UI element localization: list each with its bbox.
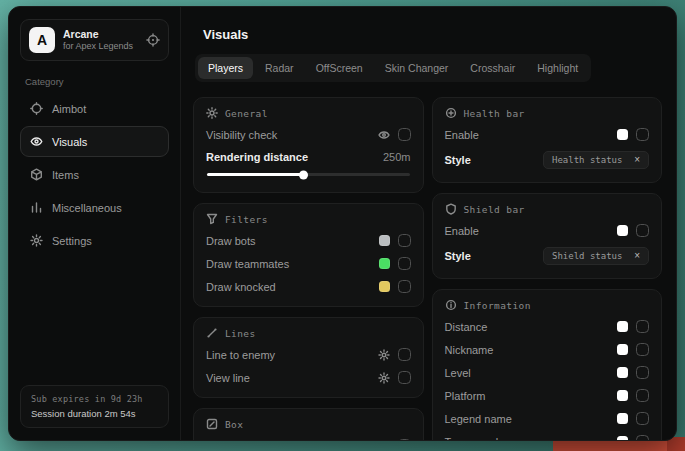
sidebar: A Arcane for Apex Legends Category Aimbo… — [9, 7, 181, 440]
view-line-checkbox[interactable] — [398, 371, 411, 384]
clear-icon[interactable]: × — [634, 251, 640, 261]
sidebar-item-label: Settings — [52, 235, 92, 247]
scope-icon[interactable] — [146, 33, 160, 47]
box-card: Box Enable Enable background — [193, 408, 424, 440]
card-title-text: Filters — [225, 214, 268, 225]
health-enable-checkbox[interactable] — [636, 128, 649, 141]
app-subtitle: for Apex Legends — [63, 41, 138, 52]
crosshair-icon — [30, 102, 43, 115]
subscription-card: Sub expires in 9d 23h Session duration 2… — [20, 385, 169, 428]
cube-icon — [30, 168, 43, 181]
sun-icon — [206, 107, 218, 119]
card-title-text: Information — [464, 300, 531, 311]
tab-offscreen[interactable]: OffScreen — [306, 57, 373, 79]
setting-row-box-enable: Enable — [206, 434, 411, 440]
tab-skin-changer[interactable]: Skin Changer — [375, 57, 459, 79]
health-bar-card: Health bar Enable Style Health status — [432, 97, 663, 183]
setting-label: View line — [206, 372, 250, 384]
gear-icon[interactable] — [378, 349, 390, 361]
line-icon — [206, 327, 218, 339]
color-swatch[interactable] — [617, 367, 628, 378]
tab-radar[interactable]: Radar — [255, 57, 304, 79]
page-title: Visuals — [203, 27, 662, 42]
setting-row-health-enable: Enable — [445, 123, 650, 146]
setting-row-distance: Distance — [445, 315, 650, 338]
level-checkbox[interactable] — [636, 366, 649, 379]
nickname-checkbox[interactable] — [636, 343, 649, 356]
color-swatch[interactable] — [617, 321, 628, 332]
subscription-expiry: Sub expires in 9d 23h — [31, 394, 158, 404]
sidebar-item-label: Visuals — [52, 136, 87, 148]
clear-icon[interactable]: × — [634, 155, 640, 165]
color-swatch[interactable] — [617, 225, 628, 236]
setting-row-draw-knocked: Draw knocked — [206, 275, 411, 298]
card-title-text: Box — [225, 419, 243, 430]
card-title-text: General — [225, 108, 268, 119]
information-card: Information Distance Nickname — [432, 289, 663, 440]
setting-row-nickname: Nickname — [445, 338, 650, 361]
slider-fill — [207, 173, 304, 176]
filters-card-title: Filters — [206, 213, 411, 225]
color-swatch[interactable] — [617, 413, 628, 424]
distance-checkbox[interactable] — [636, 320, 649, 333]
draw-knocked-checkbox[interactable] — [398, 280, 411, 293]
draw-teammates-checkbox[interactable] — [398, 257, 411, 270]
setting-label: Visibility check — [206, 129, 277, 141]
color-swatch[interactable] — [617, 129, 628, 140]
sidebar-item-settings[interactable]: Settings — [20, 225, 169, 256]
setting-row-legend-name: Legend name — [445, 407, 650, 430]
gear-icon[interactable] — [378, 372, 390, 384]
shield-style-select[interactable]: Shield status × — [543, 247, 649, 265]
color-swatch[interactable] — [379, 258, 390, 269]
box-enable-checkbox[interactable] — [398, 439, 411, 440]
line-to-enemy-checkbox[interactable] — [398, 348, 411, 361]
setting-label: Platform — [445, 390, 486, 402]
setting-label: Enable — [445, 225, 479, 237]
tab-highlight[interactable]: Highlight — [527, 57, 588, 79]
filters-card: Filters Draw bots Draw teammates — [193, 203, 424, 307]
sidebar-item-visuals[interactable]: Visuals — [20, 126, 169, 157]
box-card-title: Box — [206, 418, 411, 430]
app-window: A Arcane for Apex Legends Category Aimbo… — [8, 6, 677, 441]
category-label: Category — [25, 76, 164, 87]
legend-name-checkbox[interactable] — [636, 412, 649, 425]
shield-enable-checkbox[interactable] — [636, 224, 649, 237]
session-duration: Session duration 2m 54s — [31, 408, 158, 419]
draw-bots-checkbox[interactable] — [398, 234, 411, 247]
color-swatch[interactable] — [379, 235, 390, 246]
setting-label: Style — [445, 154, 471, 166]
sidebar-item-aimbot[interactable]: Aimbot — [20, 93, 169, 124]
setting-label: Line to enemy — [206, 349, 275, 361]
card-title-text: Lines — [225, 328, 256, 339]
left-column: General Visibility check Rendering dista… — [193, 97, 424, 440]
sidebar-item-miscellaneous[interactable]: Miscellaneous — [20, 192, 169, 223]
setting-row-visibility-check: Visibility check — [206, 123, 411, 146]
app-meta: Arcane for Apex Legends — [63, 28, 138, 52]
select-value: Health status — [552, 155, 622, 165]
visibility-check-checkbox[interactable] — [398, 128, 411, 141]
color-swatch[interactable] — [617, 344, 628, 355]
platform-checkbox[interactable] — [636, 389, 649, 402]
card-title-text: Shield bar — [464, 204, 525, 215]
team-number-checkbox[interactable] — [636, 435, 649, 440]
sidebar-item-items[interactable]: Items — [20, 159, 169, 190]
rendering-distance-slider[interactable] — [207, 173, 410, 176]
color-swatch[interactable] — [617, 390, 628, 401]
setting-row-shield-style: Style Shield status × — [445, 242, 650, 270]
tab-players[interactable]: Players — [198, 57, 253, 79]
rendering-distance-value: 250m — [383, 151, 411, 163]
color-swatch[interactable] — [617, 436, 628, 440]
shield-icon — [445, 203, 457, 215]
slider-thumb[interactable] — [299, 170, 308, 179]
app-title: Arcane — [63, 28, 138, 41]
tab-crosshair[interactable]: Crosshair — [460, 57, 525, 79]
sidebar-item-label: Items — [52, 169, 79, 181]
setting-row-view-line: View line — [206, 366, 411, 389]
shield-bar-card-title: Shield bar — [445, 203, 650, 215]
setting-row-line-to-enemy: Line to enemy — [206, 343, 411, 366]
color-swatch[interactable] — [379, 281, 390, 292]
health-style-select[interactable]: Health status × — [543, 151, 649, 169]
eye-scan-icon — [30, 135, 43, 148]
funnel-icon — [206, 213, 218, 225]
eye-icon[interactable] — [378, 129, 390, 141]
